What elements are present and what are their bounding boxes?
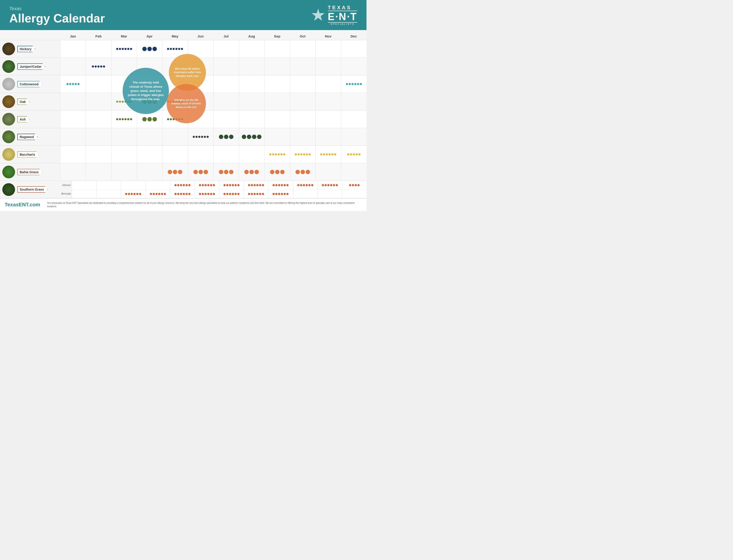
month-slot	[146, 181, 170, 189]
pollen-dot	[210, 193, 212, 195]
pollen-dot	[259, 193, 261, 195]
footer-website[interactable]: TexasENT.com	[5, 202, 40, 208]
pollen-dot	[330, 184, 332, 186]
pollen-dot	[175, 118, 177, 120]
pollen-dot	[75, 83, 77, 85]
pollen-dot	[119, 48, 121, 50]
allergy-row-hickory: Hickory	[0, 40, 367, 58]
pollen-dot	[142, 47, 147, 51]
pollen-dot	[224, 193, 226, 195]
pollen-dot	[136, 193, 138, 195]
row-image-southern	[2, 183, 15, 196]
allergy-row-ragweed: Ragweed	[0, 128, 367, 145]
southern-grass-months: JohnsonBermuda	[60, 181, 367, 198]
pollen-dot	[204, 170, 208, 174]
month-slot	[60, 128, 86, 145]
pollen-dot	[205, 193, 207, 195]
month-slot	[213, 40, 239, 58]
month-slot	[137, 40, 162, 58]
month-slot	[315, 58, 341, 75]
pollen-dot	[122, 48, 124, 50]
pollen-dot	[147, 99, 152, 104]
pollen-dot	[177, 184, 179, 186]
pollen-dot	[205, 184, 207, 186]
month-slot	[293, 181, 317, 189]
pollen-dot	[155, 193, 158, 195]
month-slot	[111, 93, 137, 110]
pollen-dot	[249, 170, 254, 174]
pollen-dot	[336, 184, 338, 186]
month-slot	[264, 93, 290, 110]
pollen-dot	[357, 83, 359, 85]
pollen-dot	[174, 184, 177, 186]
row-months-oak	[60, 93, 367, 110]
row-name-cottonwood: Cottonwood	[17, 81, 42, 87]
row-label-baccharis: Baccharis	[0, 147, 60, 162]
pollen-dot	[306, 184, 308, 186]
pollen-dot	[283, 153, 285, 155]
pollen-dot	[262, 193, 264, 195]
pollen-dot	[355, 184, 357, 186]
pollen-dot	[256, 193, 258, 195]
month-slot	[137, 75, 162, 93]
month-slot	[239, 93, 264, 110]
pollen-dot	[281, 184, 283, 186]
month-slot	[111, 146, 137, 163]
month-slot	[341, 75, 367, 93]
row-image-ragweed	[2, 130, 15, 143]
pollen-dot	[150, 193, 152, 195]
pollen-dot	[224, 135, 228, 139]
month-header-aug: Aug	[239, 32, 264, 40]
month-slot	[121, 189, 145, 198]
logo-text-block: TEXAS E·N·T SPECIALISTS	[328, 5, 357, 25]
pollen-dot	[201, 136, 203, 138]
pollen-dot	[237, 184, 239, 186]
month-slot	[86, 128, 111, 145]
pollen-dot	[229, 170, 233, 174]
pollen-dot	[186, 184, 188, 186]
month-slot	[162, 111, 188, 128]
month-slot	[170, 189, 195, 198]
pollen-dot	[213, 184, 215, 186]
month-header-feb: Feb	[86, 32, 111, 40]
pollen-dot	[247, 135, 251, 139]
pollen-dot	[272, 153, 274, 155]
row-label-cottonwood: Cottonwood	[0, 76, 60, 92]
pollen-dot	[152, 99, 157, 104]
month-slot	[86, 58, 111, 75]
month-slot	[290, 75, 315, 93]
month-slot	[341, 163, 367, 181]
month-slot	[290, 163, 315, 181]
month-slot	[341, 111, 367, 128]
pollen-dot	[219, 135, 223, 139]
month-slot	[342, 181, 367, 189]
pollen-dot	[139, 193, 141, 195]
pollen-dot	[125, 193, 127, 195]
pollen-dot	[269, 153, 271, 155]
pollen-dot	[130, 48, 132, 50]
month-slot	[290, 111, 315, 128]
pollen-dot	[255, 170, 259, 174]
month-slot	[315, 40, 341, 58]
month-slot	[219, 181, 244, 189]
pollen-dot	[186, 193, 188, 195]
pollen-dot	[173, 170, 177, 174]
month-slot	[162, 163, 188, 181]
pollen-dot	[92, 65, 94, 68]
month-slot	[341, 93, 367, 110]
pollen-dot	[173, 118, 175, 120]
month-slot	[162, 128, 188, 145]
month-slot	[290, 93, 315, 110]
month-header-row: JanFebMarAprMayJunJulAugSepOctNovDec	[60, 32, 367, 40]
month-slot	[264, 40, 290, 58]
pollen-dot	[122, 118, 124, 120]
pollen-dot	[69, 83, 71, 85]
pollen-dot	[354, 83, 356, 85]
header-title: Allergy Calendar	[9, 12, 105, 24]
pollen-dot	[178, 48, 180, 50]
month-slot	[213, 111, 239, 128]
pollen-dot	[235, 184, 237, 186]
month-slot	[213, 163, 239, 181]
calendar-wrapper: JanFebMarAprMayJunJulAugSepOctNovDec Hic…	[0, 30, 367, 198]
month-slot	[315, 111, 341, 128]
